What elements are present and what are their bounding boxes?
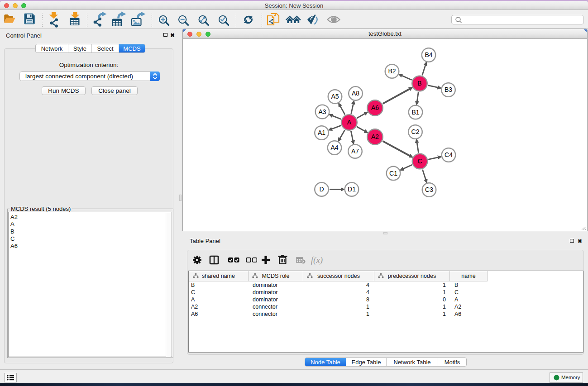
- svg-text:A2: A2: [371, 133, 379, 140]
- svg-text:C: C: [417, 157, 422, 165]
- svg-text:C1: C1: [389, 170, 397, 177]
- svg-text:C3: C3: [425, 186, 433, 193]
- svg-text:A3: A3: [318, 108, 326, 115]
- svg-text:B4: B4: [425, 51, 432, 58]
- svg-text:C4: C4: [445, 151, 453, 158]
- svg-text:A4: A4: [330, 144, 338, 151]
- svg-text:B2: B2: [388, 67, 396, 75]
- svg-text:B3: B3: [445, 86, 452, 93]
- svg-text:f(x): f(x): [311, 255, 323, 265]
- svg-text:D1: D1: [348, 186, 356, 193]
- svg-text:A6: A6: [371, 104, 379, 111]
- svg-text:A8: A8: [352, 90, 359, 97]
- svg-text:A: A: [347, 119, 352, 126]
- svg-text:B: B: [417, 80, 421, 87]
- svg-text:B1: B1: [411, 109, 419, 116]
- svg-text:A5: A5: [331, 93, 339, 100]
- svg-text:A7: A7: [351, 148, 359, 155]
- svg-text:C2: C2: [411, 128, 420, 135]
- svg-text:A1: A1: [318, 129, 325, 136]
- svg-text:D: D: [319, 186, 324, 193]
